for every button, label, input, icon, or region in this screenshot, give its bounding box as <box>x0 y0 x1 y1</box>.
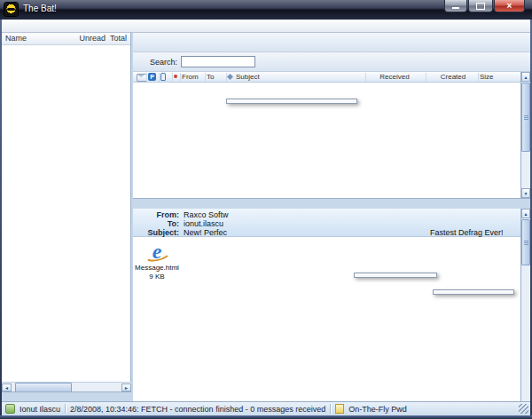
scroll-thumb[interactable] <box>15 383 72 392</box>
column-header-size[interactable]: Size <box>480 73 494 81</box>
app-icon <box>4 3 18 16</box>
mail-area: Search: From To Subject Received Created… <box>133 33 530 401</box>
status-right: On-The-Fly Pwd <box>348 405 407 414</box>
folder-column-total[interactable]: Total <box>110 34 127 43</box>
account-status-icon <box>5 404 15 414</box>
search-input[interactable] <box>181 56 255 67</box>
window-edge-left <box>0 20 2 415</box>
application-window: The Bat! × Name Unread Total ◄ ► S <box>0 0 532 419</box>
close-button[interactable]: × <box>494 0 525 12</box>
subject-label: Subject: <box>133 228 179 237</box>
column-header-to[interactable]: To <box>207 73 214 81</box>
column-header-received[interactable]: Received <box>367 73 422 81</box>
attachment-icon <box>160 73 166 81</box>
title-bar[interactable]: The Bat! × <box>0 0 532 20</box>
folder-pane: Name Unread Total ◄ ► <box>2 33 131 401</box>
attachment-name: Message.html <box>133 264 181 273</box>
scroll-thumb[interactable] <box>521 83 530 152</box>
folder-column-unread[interactable]: Unread <box>79 34 106 43</box>
message-list-header[interactable]: From To Subject Received Created Size <box>133 72 520 83</box>
preview-header: From:Raxco Softw To:ionut.ilascu Subject… <box>133 209 530 237</box>
context-menu <box>226 99 357 104</box>
column-header-subject[interactable]: Subject <box>236 73 260 81</box>
scroll-up-icon[interactable]: ▲ <box>521 209 530 218</box>
folder-pane-header[interactable]: Name Unread Total <box>2 33 130 45</box>
message-list-tabs <box>133 198 530 209</box>
resize-grip[interactable] <box>519 404 528 414</box>
maximize-button[interactable] <box>468 0 493 12</box>
folder-toolbar: Search: <box>133 52 530 72</box>
minimize-button[interactable] <box>444 0 467 12</box>
window-edge-bottom <box>0 415 532 419</box>
message-list-scrollbar[interactable]: ▲ ▼ <box>520 72 530 198</box>
scroll-up-icon[interactable]: ▲ <box>521 72 530 82</box>
to-label: To: <box>133 219 179 228</box>
status-account: Ionut Ilascu <box>20 405 60 414</box>
subject-value-right: Fastest Defrag Ever! <box>430 228 504 237</box>
search-label: Search: <box>150 58 177 67</box>
parked-icon <box>148 73 156 81</box>
folder-pane-tabs <box>2 391 131 401</box>
window-title: The Bat! <box>23 4 57 13</box>
column-header-from[interactable]: From <box>182 73 199 81</box>
scroll-left-icon[interactable]: ◄ <box>2 383 12 391</box>
from-value: Raxco Softw <box>184 210 229 219</box>
scroll-right-icon[interactable]: ► <box>121 383 131 391</box>
menu-bar <box>2 20 530 33</box>
attachments-submenu <box>354 273 437 278</box>
sort-icon <box>227 74 233 80</box>
open-submenu <box>433 289 514 295</box>
attachment-size: 9 KB <box>133 273 181 281</box>
flag-icon <box>174 75 177 78</box>
scroll-thumb[interactable] <box>521 219 530 265</box>
to-value: ionut.ilascu <box>184 219 223 228</box>
main-toolbar <box>133 33 530 52</box>
otfe-icon <box>335 404 344 414</box>
scroll-down-icon[interactable]: ▼ <box>521 188 530 198</box>
preview-scrollbar[interactable]: ▲ ▼ <box>520 209 530 419</box>
status-message: 2/8/2008, 10:34:46: FETCH - connection f… <box>70 405 325 414</box>
folder-pane-hscrollbar[interactable]: ◄ ► <box>2 382 131 391</box>
attachment-item[interactable]: e Message.html 9 KB <box>133 241 181 281</box>
subject-value: New! Perfec <box>184 228 227 237</box>
column-header-created[interactable]: Created <box>428 73 478 81</box>
folder-column-name[interactable]: Name <box>5 34 27 43</box>
from-label: From: <box>133 210 179 219</box>
preview-body: e Message.html 9 KB <box>133 237 520 401</box>
status-bar: Ionut Ilascu 2/8/2008, 10:34:46: FETCH -… <box>2 401 530 415</box>
html-file-icon: e <box>145 241 168 264</box>
